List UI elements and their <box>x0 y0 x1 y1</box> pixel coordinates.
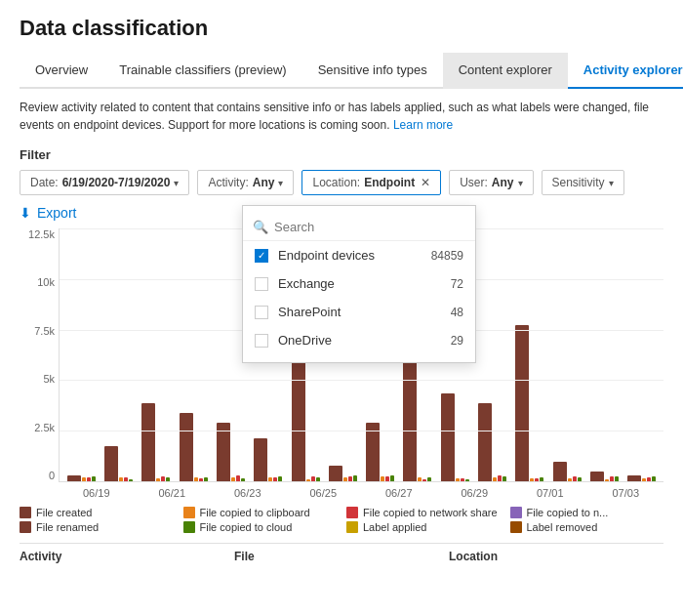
bar-extra-10-1 <box>461 478 464 481</box>
bar-extra-11-1 <box>498 475 502 481</box>
legend-file-copied-n: File copied to n... <box>510 507 664 518</box>
x-label-7: 07/03 <box>588 487 664 499</box>
exchange-label: Exchange <box>278 276 335 291</box>
learn-more-link[interactable]: Learn more <box>393 118 453 132</box>
tab-content[interactable]: Content explorer <box>443 53 568 89</box>
bar-group-0 <box>63 228 99 481</box>
activity-filter[interactable]: Activity: Any ▾ <box>197 170 294 195</box>
legend-label-removed-text: Label removed <box>527 521 598 533</box>
tab-sensitive[interactable]: Sensitive info types <box>302 53 443 89</box>
activity-value: Any <box>253 176 275 189</box>
legend-label-cloud: File copied to cloud <box>200 521 293 533</box>
exchange-count: 72 <box>451 277 463 291</box>
y-label-5: 0 <box>49 470 55 481</box>
exchange-checkbox[interactable] <box>255 277 268 291</box>
filter-label: Filter <box>20 147 663 162</box>
endpoint-label: Endpoint devices <box>278 248 375 263</box>
activity-label: Activity: <box>208 176 248 189</box>
onedrive-label: OneDrive <box>278 333 332 348</box>
location-filter[interactable]: Location: Endpoint ✕ <box>301 170 441 195</box>
onedrive-checkbox[interactable] <box>255 334 268 348</box>
bar-group-11 <box>474 228 509 481</box>
legend-label-file-created: File created <box>36 507 92 518</box>
bar-extra-6-2 <box>316 477 320 481</box>
bar-extra-13-0 <box>568 478 572 481</box>
bar-extra-13-2 <box>578 477 582 481</box>
y-label-3: 5k <box>43 373 55 385</box>
sharepoint-label: SharePoint <box>278 305 341 319</box>
x-label-3: 06/25 <box>286 487 362 499</box>
bar-group-3 <box>176 228 211 481</box>
x-label-5: 06/29 <box>437 487 513 499</box>
date-filter[interactable]: Date: 6/19/2020-7/19/2020 ▾ <box>20 170 189 195</box>
endpoint-count: 84859 <box>431 249 463 263</box>
y-axis: 12.5k 10k 7.5k 5k 2.5k 0 <box>20 228 60 481</box>
bar-group-1 <box>100 228 136 481</box>
footer-activity: Activity <box>20 550 234 563</box>
bar-extra-3-1 <box>199 478 203 481</box>
date-label: Date: <box>30 176 59 189</box>
legend-file-copied-cloud: File copied to cloud <box>183 521 338 533</box>
bar-main-12 <box>515 325 529 481</box>
sensitivity-filter[interactable]: Sensitivity ▾ <box>542 170 624 195</box>
y-label-1: 10k <box>37 276 55 288</box>
dropdown-item-exchange[interactable]: Exchange 72 <box>243 269 475 298</box>
bar-extra-1-1 <box>124 477 128 481</box>
user-filter[interactable]: User: Any ▾ <box>449 170 533 195</box>
x-label-2: 06/23 <box>210 487 286 499</box>
search-input[interactable] <box>274 220 465 234</box>
legend-label-network: File copied to network share <box>363 507 498 518</box>
bar-extra-4-1 <box>236 475 240 481</box>
location-dropdown: 🔍 ✓ Endpoint devices 84859 Exchange 72 S… <box>242 205 476 363</box>
bar-main-1 <box>104 446 118 481</box>
legend-label-applied: Label applied <box>346 521 501 533</box>
bar-extra-14-2 <box>615 476 619 481</box>
sensitivity-chevron-icon: ▾ <box>609 178 614 188</box>
bar-main-8 <box>366 423 380 481</box>
page-title: Data classification <box>20 16 663 41</box>
bar-extra-9-0 <box>418 477 422 481</box>
tab-activity[interactable]: Activity explorer <box>568 53 683 89</box>
footer-file: File <box>234 550 449 563</box>
bar-main-2 <box>141 403 155 481</box>
bar-main-7 <box>329 466 342 481</box>
sharepoint-count: 48 <box>451 306 463 319</box>
y-label-4: 2.5k <box>34 422 55 433</box>
user-label: User: <box>460 176 488 189</box>
footer-location: Location <box>449 550 663 563</box>
bar-extra-2-0 <box>156 478 160 481</box>
tab-trainable[interactable]: Trainable classifiers (preview) <box>103 53 301 89</box>
location-value: Endpoint <box>364 176 415 189</box>
export-icon: ⬇ <box>20 205 31 221</box>
bar-extra-14-0 <box>605 479 609 481</box>
legend-file-created: File created <box>20 507 174 518</box>
endpoint-checkbox[interactable]: ✓ <box>255 249 268 263</box>
bar-main-10 <box>441 393 455 481</box>
bar-extra-5-0 <box>268 477 272 481</box>
legend-file-renamed: File renamed <box>20 521 174 533</box>
bar-extra-12-2 <box>540 477 543 481</box>
dropdown-item-endpoint[interactable]: ✓ Endpoint devices 84859 <box>243 241 475 269</box>
user-value: Any <box>492 176 514 189</box>
tab-overview[interactable]: Overview <box>20 53 103 89</box>
bar-extra-8-2 <box>390 475 394 481</box>
bar-extra-12-1 <box>535 478 539 481</box>
dropdown-item-sharepoint[interactable]: SharePoint 48 <box>243 298 475 326</box>
sensitivity-label: Sensitivity <box>552 176 605 189</box>
bar-extra-11-2 <box>502 476 506 481</box>
bar-extra-6-0 <box>306 479 310 481</box>
legend-dot-renamed <box>20 521 31 533</box>
tab-bar: Overview Trainable classifiers (preview)… <box>20 53 663 89</box>
legend-dot-clipboard <box>183 507 195 518</box>
location-close-icon[interactable]: ✕ <box>421 176 430 189</box>
bar-extra-5-2 <box>278 476 282 481</box>
legend-dot-network <box>346 507 358 518</box>
sharepoint-checkbox[interactable] <box>255 306 268 319</box>
dropdown-item-onedrive[interactable]: OneDrive 29 <box>243 326 475 354</box>
bar-main-5 <box>254 438 267 481</box>
bar-extra-11-0 <box>493 477 497 481</box>
bar-group-14 <box>586 228 622 481</box>
bar-extra-7-1 <box>348 476 352 481</box>
bar-main-3 <box>180 413 193 481</box>
x-axis: 06/19 06/21 06/23 06/25 06/27 06/29 07/0… <box>59 487 663 499</box>
